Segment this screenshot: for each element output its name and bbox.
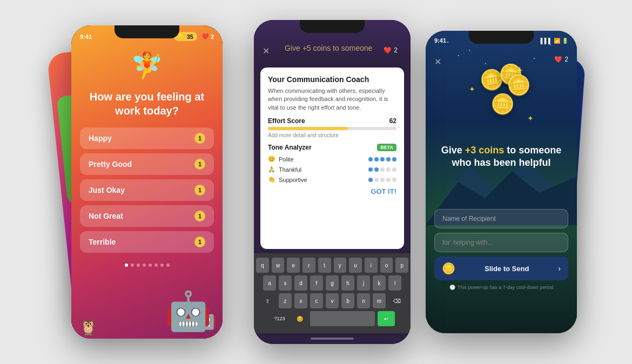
dot-f2 — [374, 157, 379, 161]
slide-text: Slide to Send — [460, 265, 554, 273]
phone2-heart-count: 2 — [394, 46, 398, 54]
kb-space[interactable] — [310, 311, 375, 326]
kb-k[interactable]: k — [373, 275, 386, 291]
kb-o[interactable]: o — [380, 258, 393, 273]
dot-f5 — [392, 157, 396, 161]
helping-placeholder: helping with... — [453, 239, 493, 246]
kb-p[interactable]: p — [395, 258, 408, 273]
blue-mascot-icon: 🤖 — [193, 308, 217, 331]
for-label: for — [442, 239, 450, 246]
kb-n[interactable]: n — [357, 293, 370, 308]
wifi-icon: 📶 — [554, 38, 560, 44]
kb-l[interactable]: l — [388, 275, 401, 291]
kb-d[interactable]: d — [294, 275, 307, 291]
tone-thankful-row: 🙏 Thankful — [268, 166, 396, 173]
kb-h[interactable]: h — [341, 275, 354, 291]
kb-i[interactable]: i — [365, 258, 378, 273]
kb-row-1: q w e r t y u i o p — [256, 258, 408, 273]
kb-b[interactable]: b — [341, 293, 354, 308]
option-pretty-good-badge: 1 — [194, 159, 205, 170]
slide-coin-icon: 🪙 — [442, 262, 455, 275]
phone2-home-bar — [254, 333, 411, 344]
phone2-hearts: ❤️ 2 — [384, 46, 402, 54]
option-terrible-label: Terrible — [89, 238, 116, 246]
slide-to-send-button[interactable]: 🪙 Slide to Send › — [434, 257, 568, 280]
phone2-keyboard[interactable]: q w e r t y u i o p a s d f g h — [254, 253, 411, 333]
option-not-great-label: Not Great — [89, 212, 123, 220]
give-coins-text: Give +3 coins to someone who has been he… — [439, 144, 564, 170]
dot-1 — [125, 264, 128, 267]
option-pretty-good[interactable]: Pretty Good 1 — [80, 153, 214, 175]
phone2-close-button[interactable]: ✕ — [263, 46, 270, 56]
effort-label: Effort Score — [268, 117, 305, 125]
kb-s[interactable]: s — [279, 275, 292, 291]
heart-count: 2 — [211, 33, 214, 40]
dot-4 — [143, 264, 146, 267]
t-dot-e2 — [386, 167, 391, 172]
kb-123[interactable]: ?123 — [270, 311, 290, 326]
s-dot-e4 — [392, 178, 396, 182]
heart-badge: ❤️ 2 — [201, 33, 214, 40]
kb-delete[interactable]: ⌫ — [388, 293, 406, 308]
screenshot-container: 🏝️🌴 9:41 🟡 — [0, 0, 632, 364]
kb-x[interactable]: x — [294, 293, 307, 308]
kb-shift[interactable]: ⇧ — [259, 293, 276, 308]
kb-g[interactable]: g — [326, 275, 339, 291]
effort-progress-fill — [268, 127, 348, 130]
phone3-status-bar: 9:41 ▌▌▌ 📶 🔋 — [434, 37, 568, 44]
kb-z[interactable]: z — [279, 293, 292, 308]
coin-count: 35 — [187, 33, 193, 40]
dot-5 — [149, 264, 152, 267]
kb-j[interactable]: j — [357, 275, 370, 291]
kb-t[interactable]: t — [318, 258, 331, 273]
tone-polite-row: 😊 Polite — [268, 156, 396, 163]
dot-2 — [131, 264, 134, 267]
give-coins-amount: +3 coins — [465, 145, 505, 156]
got-it-button[interactable]: GOT IT! — [268, 187, 396, 196]
phone3-close-button[interactable]: ✕ — [434, 57, 441, 67]
phone3-hearts: ❤️ 2 — [554, 56, 568, 63]
sparkle-1: ✨ — [514, 66, 523, 75]
kb-emoji[interactable]: 😊 — [292, 311, 307, 326]
phone3: 9:41 ▌▌▌ 📶 🔋 ✕ ❤️ 2 🪙 🪙 — [426, 31, 577, 333]
kb-row-3: ⇧ z x c v b n m ⌫ — [256, 293, 408, 308]
thankful-dots — [368, 167, 396, 172]
kb-row-4: ?123 😊 ↵ — [256, 311, 408, 326]
option-terrible[interactable]: Terrible 1 — [80, 231, 214, 253]
kb-q[interactable]: q — [256, 258, 269, 273]
kb-f[interactable]: f — [310, 275, 323, 291]
kb-r[interactable]: r — [302, 258, 315, 273]
for-input-container[interactable]: for helping with... — [434, 233, 568, 252]
kb-u[interactable]: u — [349, 258, 362, 273]
phone1: 9:41 🟡 35 ❤️ 2 🧚 — [71, 25, 223, 339]
option-happy[interactable]: Happy 1 — [80, 127, 214, 149]
dot-f4 — [386, 157, 391, 161]
t-dot-f1 — [368, 167, 373, 172]
phone2-title: Give +5 coins to someone — [285, 44, 372, 52]
recipient-input-container[interactable]: Name of Recipient — [434, 209, 568, 228]
t-dot-e1 — [380, 167, 385, 172]
s-dot-e1 — [374, 178, 379, 182]
kb-v[interactable]: v — [326, 293, 339, 308]
glasses-mascot-icon: 🦉 — [79, 318, 98, 336]
kb-y[interactable]: y — [334, 258, 347, 273]
battery-icon: 🔋 — [562, 38, 568, 44]
effort-progress-bar — [268, 127, 396, 130]
heart-icon: ❤️ — [201, 33, 209, 40]
sparkle-3: ✦ — [527, 114, 534, 123]
option-not-great-badge: 1 — [194, 211, 205, 221]
option-not-great[interactable]: Not Great 1 — [80, 205, 214, 227]
home-bar-indicator — [311, 338, 354, 340]
star-5 — [550, 44, 551, 45]
option-just-okay[interactable]: Just Okay 1 — [80, 179, 214, 201]
kb-return[interactable]: ↵ — [378, 311, 395, 326]
kb-c[interactable]: c — [310, 293, 323, 308]
recipient-placeholder: Name of Recipient — [442, 215, 496, 223]
kb-e[interactable]: e — [287, 258, 300, 273]
add-detail-text: Add more detail and structure — [268, 132, 396, 138]
tone-thankful-label: 🙏 Thankful — [268, 166, 301, 173]
kb-a[interactable]: a — [263, 275, 276, 291]
kb-m[interactable]: m — [373, 293, 386, 308]
beta-badge: BETA — [377, 144, 396, 151]
kb-w[interactable]: w — [272, 258, 285, 273]
